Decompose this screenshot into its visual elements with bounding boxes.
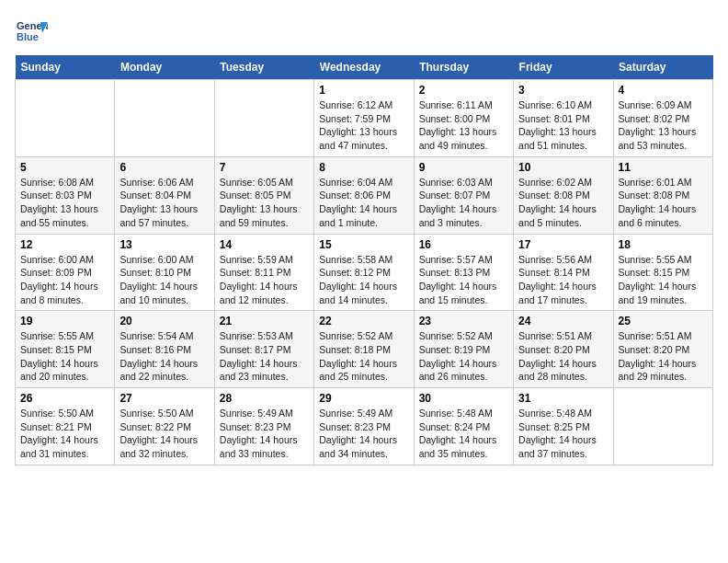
day-info-line: Sunset: 8:20 PM [518,343,608,357]
day-number: 17 [518,238,608,251]
day-info-line: Daylight: 14 hours [419,357,508,371]
day-cell-11: 11Sunrise: 6:01 AMSunset: 8:08 PMDayligh… [613,156,712,234]
day-cell-9: 9Sunrise: 6:03 AMSunset: 8:07 PMDaylight… [414,156,513,234]
day-cell-24: 24Sunrise: 5:51 AMSunset: 8:20 PMDayligh… [514,311,613,388]
day-cell-2: 2Sunrise: 6:11 AMSunset: 8:00 PMDaylight… [414,80,513,157]
day-cell-7: 7Sunrise: 6:05 AMSunset: 8:05 PMDaylight… [214,156,313,234]
day-info-line: Daylight: 13 hours [319,125,408,139]
page-header: General Blue [15,15,713,48]
day-info-line: Sunrise: 5:48 AM [518,407,608,420]
day-cell-15: 15Sunrise: 5:58 AMSunset: 8:12 PMDayligh… [314,234,414,311]
day-info-line: Sunset: 8:12 PM [319,266,408,280]
day-info-line: Sunrise: 5:52 AM [419,329,508,343]
day-cell-22: 22Sunrise: 5:52 AMSunset: 8:18 PMDayligh… [314,311,414,388]
day-info-line: and 49 minutes. [419,139,508,153]
day-info-line: Sunset: 8:05 PM [220,189,309,202]
week-row-2: 12Sunrise: 6:00 AMSunset: 8:09 PMDayligh… [16,234,713,311]
day-number: 12 [20,238,109,251]
day-info-line: Daylight: 14 hours [619,202,708,216]
day-cell-28: 28Sunrise: 5:49 AMSunset: 8:23 PMDayligh… [214,388,313,465]
empty-cell [16,80,115,157]
day-number: 25 [619,315,708,327]
day-info-line: Sunrise: 6:00 AM [20,253,109,267]
day-info-line: Daylight: 14 hours [220,280,309,293]
day-cell-21: 21Sunrise: 5:53 AMSunset: 8:17 PMDayligh… [214,311,313,388]
weekday-header-friday: Friday [514,55,613,80]
day-info-line: and 34 minutes. [319,447,408,461]
weekday-header-sunday: Sunday [16,55,115,80]
day-info-line: Sunrise: 6:09 AM [619,98,708,112]
day-info-line: Daylight: 14 hours [20,357,109,371]
day-info-line: Daylight: 13 hours [619,125,708,139]
day-info-line: Sunset: 8:23 PM [220,420,309,434]
weekday-header-tuesday: Tuesday [214,55,313,80]
day-info-line: Daylight: 14 hours [220,357,309,371]
day-info-line: Sunrise: 6:03 AM [419,176,508,190]
day-number: 3 [518,84,608,97]
day-number: 16 [419,238,508,251]
day-number: 2 [419,84,508,97]
day-info-line: Daylight: 14 hours [220,433,309,447]
day-info-line: Daylight: 14 hours [518,280,608,293]
day-info-line: Sunset: 8:24 PM [419,420,508,434]
day-info-line: and 51 minutes. [518,139,608,153]
day-cell-8: 8Sunrise: 6:04 AMSunset: 8:06 PMDaylight… [314,156,414,234]
day-number: 6 [119,161,209,174]
day-info-line: and 20 minutes. [20,370,109,384]
day-number: 10 [518,161,608,174]
day-number: 29 [319,392,408,405]
day-info-line: Sunrise: 6:10 AM [518,98,608,112]
day-info-line: Sunset: 8:07 PM [419,189,508,202]
day-info-line: Sunset: 8:04 PM [119,189,209,202]
day-info-line: and 33 minutes. [220,447,309,461]
day-info-line: Sunrise: 5:54 AM [119,329,209,343]
day-cell-29: 29Sunrise: 5:49 AMSunset: 8:23 PMDayligh… [314,388,414,465]
day-info-line: Sunset: 8:08 PM [619,189,708,202]
day-info-line: Daylight: 14 hours [119,357,209,371]
day-info-line: Sunset: 7:59 PM [319,112,408,126]
day-info-line: Sunset: 8:20 PM [619,343,708,357]
day-info-line: Sunrise: 5:50 AM [119,407,209,420]
day-info-line: and 32 minutes. [119,447,209,461]
day-info-line: and 22 minutes. [119,370,209,384]
day-number: 4 [619,84,708,97]
day-info-line: Sunset: 8:15 PM [20,343,109,357]
day-number: 9 [419,161,508,174]
day-info-line: Sunset: 8:18 PM [319,343,408,357]
day-info-line: Daylight: 13 hours [419,125,508,139]
day-info-line: and 10 minutes. [119,293,209,307]
day-info-line: Sunrise: 5:50 AM [20,407,109,420]
day-info-line: Sunset: 8:25 PM [518,420,608,434]
empty-cell [613,388,712,465]
day-cell-3: 3Sunrise: 6:10 AMSunset: 8:01 PMDaylight… [514,80,613,157]
weekday-header-thursday: Thursday [414,55,513,80]
day-cell-30: 30Sunrise: 5:48 AMSunset: 8:24 PMDayligh… [414,388,513,465]
day-number: 20 [119,315,209,327]
day-info-line: Daylight: 14 hours [319,357,408,371]
weekday-header-monday: Monday [115,55,214,80]
day-info-line: Daylight: 14 hours [20,433,109,447]
day-cell-27: 27Sunrise: 5:50 AMSunset: 8:22 PMDayligh… [115,388,214,465]
day-info-line: and 15 minutes. [419,293,508,307]
day-number: 26 [20,392,109,405]
weekday-header-wednesday: Wednesday [314,55,414,80]
day-info-line: Sunset: 8:03 PM [20,189,109,202]
day-info-line: Sunset: 8:06 PM [319,189,408,202]
day-info-line: Daylight: 14 hours [419,202,508,216]
day-info-line: Sunset: 8:17 PM [220,343,309,357]
day-cell-25: 25Sunrise: 5:51 AMSunset: 8:20 PMDayligh… [613,311,712,388]
day-cell-20: 20Sunrise: 5:54 AMSunset: 8:16 PMDayligh… [115,311,214,388]
day-info-line: Sunrise: 5:58 AM [319,253,408,267]
day-info-line: Sunset: 8:23 PM [319,420,408,434]
day-info-line: Sunrise: 5:57 AM [419,253,508,267]
day-number: 8 [319,161,408,174]
day-number: 22 [319,315,408,327]
day-info-line: Sunset: 8:10 PM [119,266,209,280]
day-cell-23: 23Sunrise: 5:52 AMSunset: 8:19 PMDayligh… [414,311,513,388]
day-info-line: and 1 minute. [319,216,408,230]
day-info-line: and 25 minutes. [319,370,408,384]
day-number: 13 [119,238,209,251]
day-number: 18 [619,238,708,251]
logo: General Blue [15,15,48,48]
day-info-line: Daylight: 14 hours [518,202,608,216]
